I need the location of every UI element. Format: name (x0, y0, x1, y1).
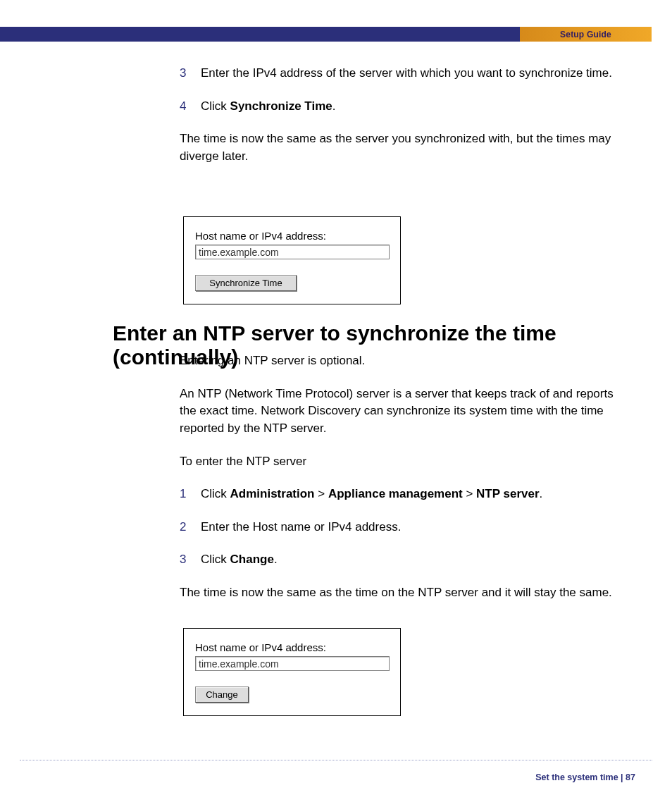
step-item: 2 Enter the Host name or IPv4 address. (180, 519, 625, 536)
nav-sep: > (463, 487, 476, 500)
paragraph: Entering an NTP server is optional. (180, 352, 625, 370)
paragraph: An NTP (Network Time Protocol) server is… (180, 386, 625, 438)
footer-rule (20, 760, 652, 760)
step-number: 1 (180, 486, 201, 503)
footer-section: Set the system time (535, 772, 618, 782)
host-input[interactable] (195, 656, 390, 671)
step-number: 3 (180, 65, 201, 82)
ntp-change-screenshot: Host name or IPv4 address: Change (183, 628, 401, 716)
section-2: Entering an NTP server is optional. An N… (180, 352, 625, 617)
step-prefix: Click (201, 487, 230, 500)
field-label: Host name or IPv4 address: (195, 641, 389, 653)
step-prefix: Click (201, 99, 230, 113)
sync-time-screenshot: Host name or IPv4 address: Synchronize T… (183, 216, 401, 304)
step-item: 3 Click Change. (180, 551, 625, 569)
nav-sep: > (315, 487, 328, 500)
step-prefix: Click (201, 553, 230, 566)
footer-sep: | (618, 772, 626, 782)
step-suffix: . (332, 99, 336, 113)
step-item: 3 Enter the IPv4 address of the server w… (180, 65, 625, 82)
footer-text: Set the system time | 87 (535, 772, 635, 782)
footer-page: 87 (626, 772, 635, 782)
paragraph: The time is now the same as the server y… (180, 130, 625, 165)
step-item: 1 Click Administration > Appliance manag… (180, 486, 625, 503)
step-text: Click Administration > Appliance managem… (201, 486, 625, 503)
step-item: 4 Click Synchronize Time. (180, 98, 625, 116)
step-text: Enter the IPv4 address of the server wit… (201, 65, 625, 82)
change-button[interactable]: Change (195, 686, 249, 703)
nav-item: NTP server (476, 487, 539, 500)
field-label: Host name or IPv4 address: (195, 230, 389, 242)
header-accent-right: Setup Guide (520, 27, 652, 42)
step-text: Click Synchronize Time. (201, 98, 625, 116)
step-suffix: . (540, 487, 543, 500)
paragraph: The time is now the same as the time on … (180, 584, 625, 602)
nav-item: Appliance management (328, 487, 463, 500)
host-input[interactable] (195, 245, 390, 259)
section-1: 3 Enter the IPv4 address of the server w… (180, 65, 625, 181)
step-number: 3 (180, 551, 201, 569)
nav-item: Administration (230, 487, 315, 500)
header-bar: Setup Guide (0, 27, 652, 42)
paragraph: To enter the NTP server (180, 453, 625, 471)
step-suffix: . (274, 553, 278, 566)
step-number: 4 (180, 98, 201, 116)
step-number: 2 (180, 519, 201, 536)
step-text: Click Change. (201, 551, 625, 569)
step-bold: Synchronize Time (230, 99, 332, 113)
synchronize-time-button[interactable]: Synchronize Time (195, 275, 297, 291)
header-accent-left (0, 27, 520, 42)
step-bold: Change (230, 553, 274, 566)
step-text: Enter the Host name or IPv4 address. (201, 519, 625, 536)
header-title: Setup Guide (560, 30, 611, 39)
footer-gradient (0, 761, 672, 807)
